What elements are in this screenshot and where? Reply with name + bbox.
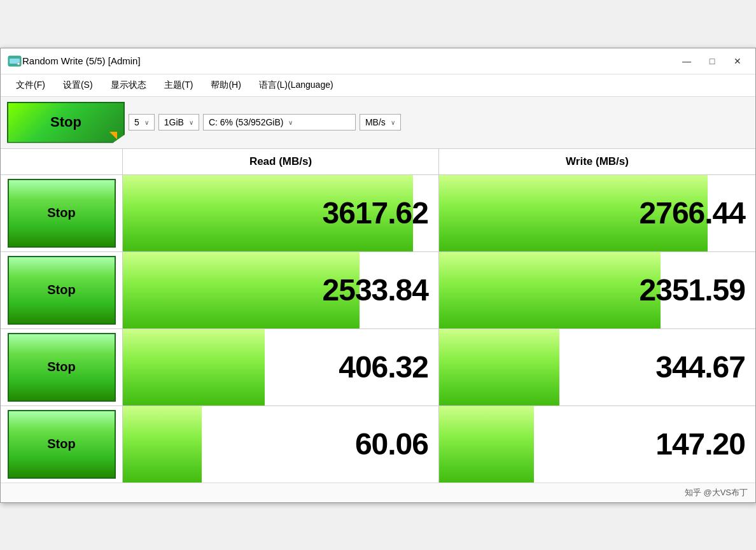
unit-select[interactable]: MB/s ∨ <box>360 114 401 130</box>
table-row: Stop 60.06 147.20 <box>1 406 755 483</box>
stop-button-1[interactable]: Stop <box>8 256 116 325</box>
menu-help[interactable]: 帮助(H) <box>203 77 248 94</box>
menu-bar: 文件(F) 设置(S) 显示状态 主题(T) 帮助(H) 语言(L)(Langu… <box>1 74 755 97</box>
window-title: Random Write (5/5) [Admin] <box>22 55 675 66</box>
read-cell-0: 3617.62 <box>123 175 439 251</box>
stop-button-0[interactable]: Stop <box>8 179 116 248</box>
count-select[interactable]: 5 ∨ <box>129 114 155 130</box>
minimize-button[interactable]: — <box>675 52 698 70</box>
write-cell-0: 2766.44 <box>439 175 755 251</box>
maximize-button[interactable]: □ <box>701 52 724 70</box>
count-value: 5 <box>134 117 139 127</box>
read-value-0: 3617.62 <box>322 195 428 230</box>
read-bar-3 <box>123 406 202 483</box>
write-cell-2: 344.67 <box>439 329 755 405</box>
read-cell-2: 406.32 <box>123 329 439 405</box>
window-controls: — □ ✕ <box>675 52 749 70</box>
header-row: Read (MB/s) Write (MB/s) <box>1 149 755 175</box>
size-select[interactable]: 1GiB ∨ <box>158 114 199 130</box>
read-cell-1: 2533.84 <box>123 252 439 328</box>
footer: 知乎 @大VS布丁 <box>1 483 755 502</box>
table-row: Stop 2533.84 2351.59 <box>1 252 755 329</box>
stop-button-3[interactable]: Stop <box>8 410 116 479</box>
drive-select[interactable]: C: 6% (53/952GiB) ∨ <box>203 114 356 130</box>
drive-arrow: ∨ <box>288 119 293 126</box>
stop-cell-2: Stop <box>1 329 123 405</box>
drive-value: C: 6% (53/952GiB) <box>209 117 284 127</box>
write-cell-3: 147.20 <box>439 406 755 483</box>
toolbar: Stop 5 ∨ 1GiB ∨ C: 6% (53/952GiB) ∨ MB/s… <box>1 97 755 149</box>
header-read: Read (MB/s) <box>123 149 439 174</box>
title-bar: Random Write (5/5) [Admin] — □ ✕ <box>1 48 755 74</box>
menu-display[interactable]: 显示状态 <box>103 77 154 94</box>
read-cell-3: 60.06 <box>123 406 439 483</box>
menu-theme[interactable]: 主题(T) <box>157 77 201 94</box>
menu-settings[interactable]: 设置(S) <box>55 77 101 94</box>
write-value-0: 2766.44 <box>639 195 745 230</box>
menu-file[interactable]: 文件(F) <box>8 77 53 94</box>
write-cell-1: 2351.59 <box>439 252 755 328</box>
unit-value: MB/s <box>365 117 386 127</box>
write-bar-1 <box>439 252 661 328</box>
size-arrow: ∨ <box>189 119 193 126</box>
stop-button-main[interactable]: Stop <box>7 102 125 143</box>
table-row: Stop 3617.62 2766.44 <box>1 175 755 252</box>
read-value-1: 2533.84 <box>322 272 428 307</box>
menu-language[interactable]: 语言(L)(Language) <box>251 77 341 94</box>
stop-cell-3: Stop <box>1 406 123 483</box>
stop-cell-1: Stop <box>1 252 123 328</box>
write-bar-3 <box>439 406 534 483</box>
write-value-3: 147.20 <box>655 427 745 462</box>
header-write: Write (MB/s) <box>439 149 755 174</box>
write-value-2: 344.67 <box>655 349 745 384</box>
app-window: Random Write (5/5) [Admin] — □ ✕ 文件(F) 设… <box>0 48 756 503</box>
svg-point-2 <box>17 62 20 65</box>
read-bar-2 <box>123 329 265 405</box>
unit-arrow: ∨ <box>391 119 395 126</box>
read-value-3: 60.06 <box>355 427 428 462</box>
write-value-1: 2351.59 <box>639 272 745 307</box>
size-value: 1GiB <box>164 117 184 127</box>
main-content: Read (MB/s) Write (MB/s) Stop 3617.62 27… <box>1 149 755 483</box>
watermark: 知乎 @大VS布丁 <box>685 488 748 497</box>
stop-button-2[interactable]: Stop <box>8 333 116 402</box>
read-value-2: 406.32 <box>339 349 428 384</box>
table-row: Stop 406.32 344.67 <box>1 329 755 406</box>
stop-cell-0: Stop <box>1 175 123 251</box>
write-bar-2 <box>439 329 559 405</box>
count-arrow: ∨ <box>144 119 149 126</box>
app-icon <box>7 53 22 69</box>
close-button[interactable]: ✕ <box>726 52 749 70</box>
header-empty <box>1 149 123 174</box>
